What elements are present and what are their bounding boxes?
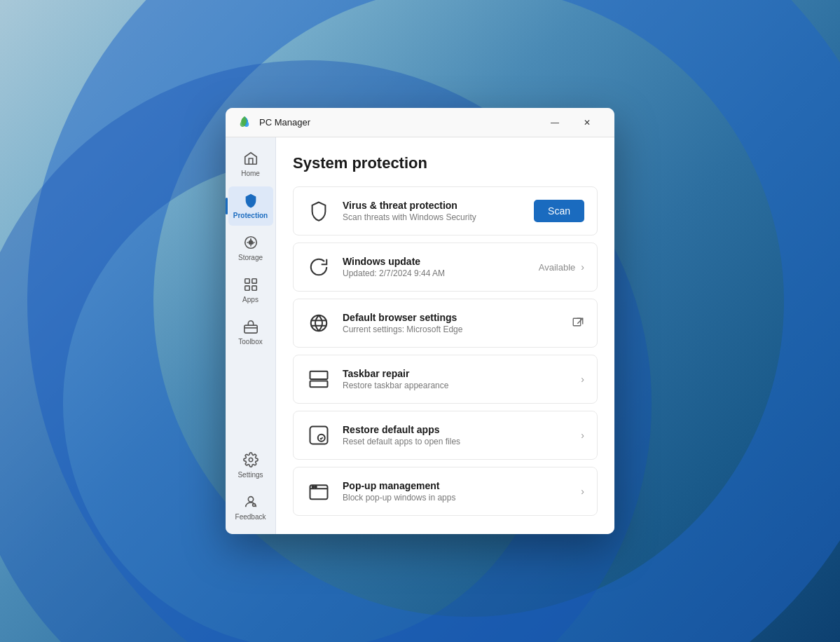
virus-action: Scan [534,200,584,222]
popup-action: › [581,486,584,497]
popup-subtitle: Block pop-up windows in apps [343,493,570,503]
svg-rect-2 [245,279,249,283]
restore-apps-icon [306,423,331,448]
restore-apps-text: Restore default apps Reset default apps … [343,424,570,446]
page-title: System protection [293,154,598,172]
sidebar-storage-label: Storage [238,254,263,262]
svg-line-15 [577,318,583,324]
browser-title: Default browser settings [343,312,560,323]
browser-icon [306,310,331,336]
browser-subtitle: Current settings: Microsoft Edge [343,325,560,334]
svg-point-22 [312,486,315,489]
sidebar-item-toolbox[interactable]: Toolbox [228,313,273,352]
svg-point-11 [311,315,327,332]
browser-action [572,317,584,329]
title-bar: PC Manager — ✕ [226,108,614,137]
taskbar-text: Taskbar repair Restore taskbar appearanc… [343,368,570,390]
window-controls: — ✕ [539,111,603,134]
card-virus[interactable]: Virus & threat protection Scan threats w… [293,186,598,235]
svg-rect-16 [310,381,328,388]
card-popup[interactable]: Pop-up management Block pop-up windows i… [293,467,598,516]
taskbar-title: Taskbar repair [343,368,570,379]
taskbar-icon [306,367,331,392]
sidebar-item-storage[interactable]: Storage [228,228,273,268]
storage-icon [242,234,259,251]
taskbar-action: › [581,374,584,385]
update-chevron: › [581,261,584,273]
card-restore-apps[interactable]: Restore default apps Reset default apps … [293,411,598,460]
app-window: PC Manager — ✕ Home [226,108,614,534]
svg-point-23 [315,486,317,489]
window-title: PC Manager [259,117,539,128]
minimize-button[interactable]: — [539,111,571,134]
scan-button[interactable]: Scan [534,200,584,222]
restore-apps-chevron: › [581,430,584,441]
content-area: System protection Virus & threat protect… [276,137,614,534]
virus-subtitle: Scan threats with Windows Security [343,212,523,222]
svg-point-9 [248,497,253,502]
sidebar-settings-label: Settings [237,471,263,479]
protection-icon [242,192,259,209]
close-button[interactable]: ✕ [571,111,603,134]
popup-icon [306,479,331,504]
popup-text: Pop-up management Block pop-up windows i… [343,480,570,503]
restore-apps-subtitle: Reset default apps to open files [343,437,570,446]
browser-text: Default browser settings Current setting… [343,312,560,334]
card-taskbar[interactable]: Taskbar repair Restore taskbar appearanc… [293,355,598,404]
virus-text: Virus & threat protection Scan threats w… [343,200,523,222]
settings-icon [242,451,259,468]
sidebar-apps-label: Apps [242,296,259,304]
svg-point-1 [249,240,253,245]
restore-apps-action: › [581,430,584,441]
sidebar-toolbox-label: Toolbox [238,338,262,346]
sidebar-feedback-label: Feedback [235,513,266,521]
popup-title: Pop-up management [343,480,570,491]
sidebar-item-protection[interactable]: Protection [228,186,273,226]
svg-rect-4 [245,286,249,290]
home-icon [242,150,259,167]
main-area: Home Protection [226,137,614,534]
app-logo [237,115,252,130]
sidebar: Home Protection [226,137,276,534]
sidebar-item-feedback[interactable]: Feedback [228,488,273,527]
sidebar-protection-label: Protection [233,212,268,220]
virus-title: Virus & threat protection [343,200,523,211]
svg-point-19 [318,435,325,442]
card-browser[interactable]: Default browser settings Current setting… [293,299,598,348]
sidebar-item-settings[interactable]: Settings [228,446,273,485]
apps-icon [242,276,259,293]
sidebar-item-apps[interactable]: Apps [228,271,273,310]
card-windows-update[interactable]: Windows update Updated: 2/7/2024 9:44 AM… [293,243,598,292]
update-action: Available › [539,261,584,273]
sidebar-home-label: Home [241,170,260,178]
popup-chevron: › [581,486,584,497]
external-link-icon [572,317,584,329]
taskbar-chevron: › [581,374,584,385]
update-title: Windows update [343,256,528,267]
available-label: Available [539,262,576,273]
update-subtitle: Updated: 2/7/2024 9:44 AM [343,268,528,278]
feedback-icon [242,493,259,510]
taskbar-subtitle: Restore taskbar appearance [343,381,570,390]
svg-rect-6 [244,325,256,333]
update-icon [306,254,331,280]
toolbox-icon [242,318,259,335]
svg-rect-17 [310,371,328,379]
svg-point-8 [249,458,253,462]
svg-rect-5 [252,286,256,290]
svg-rect-3 [252,279,256,283]
restore-apps-title: Restore default apps [343,424,570,435]
sidebar-item-home[interactable]: Home [228,144,273,184]
virus-icon [306,198,331,224]
update-text: Windows update Updated: 2/7/2024 9:44 AM [343,256,528,278]
